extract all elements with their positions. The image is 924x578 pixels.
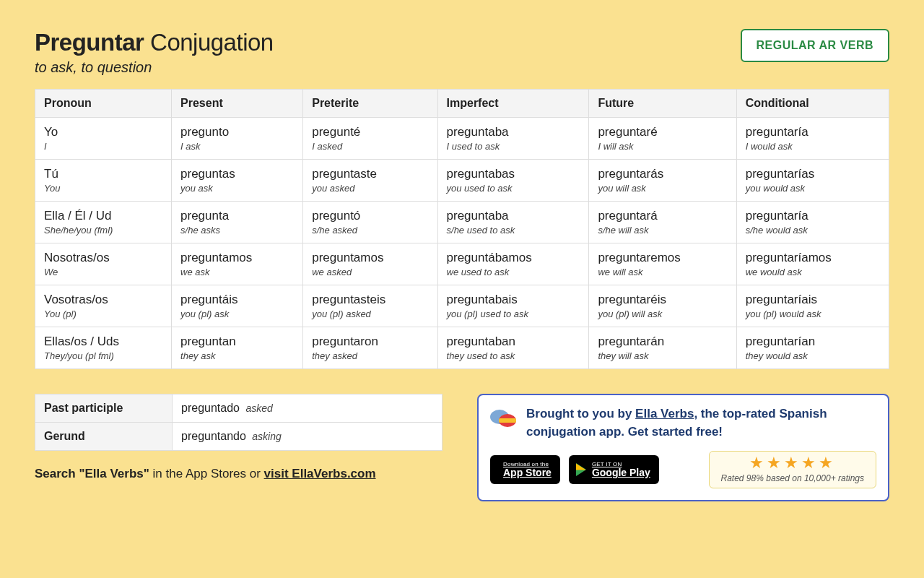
verb-name: Preguntar [35,29,144,56]
app-icon [490,405,518,433]
conj-cell: preguntabaisyou (pl) used to ask [437,285,589,327]
conj-cell: preguntaronthey asked [303,327,437,369]
conj-cell: preguntabas/he used to ask [437,202,589,243]
column-header: Future [589,90,736,118]
conj-cell: preguntarías/he would ask [736,202,889,243]
promo-text: Brought to you by Ella Verbs, the top-ra… [526,405,876,441]
conj-cell: preguntaríasyou would ask [736,160,889,202]
conj-cell: preguntabasyou used to ask [437,160,589,202]
conj-cell: YoI [35,118,172,160]
conj-cell: preguntaríamoswe would ask [736,243,889,285]
verb-forms-table: Past participle preguntado asked Gerund … [35,394,443,451]
conj-cell: Nosotras/osWe [35,243,172,285]
table-row: YoIpreguntoI askpreguntéI askedpreguntab… [35,118,889,160]
title-block: Preguntar Conjugation to ask, to questio… [35,29,274,76]
conj-cell: preguntasyou ask [172,160,303,202]
page-title: Preguntar Conjugation [35,29,274,56]
past-participle-value: preguntado asked [173,394,443,423]
conj-cell: Ella / Él / UdShe/he/you (fml) [35,202,172,243]
column-header: Conditional [736,90,889,118]
column-header: Present [172,90,303,118]
conj-cell: preguntasteyou asked [303,160,437,202]
conj-cell: preguntaránthey will ask [589,327,736,369]
conj-cell: preguntós/he asked [303,202,437,243]
title-suffix: Conjugation [150,29,274,56]
conj-cell: preguntamoswe ask [172,243,303,285]
google-play-badge[interactable]: GET IT ON Google Play [569,455,659,484]
conj-cell: preguntaríaisyou (pl) would ask [736,285,889,327]
conj-cell: preguntaréI will ask [589,118,736,160]
conj-cell: Ellas/os / UdsThey/you (pl fml) [35,327,172,369]
conj-cell: preguntas/he asks [172,202,303,243]
conj-cell: preguntasteisyou (pl) asked [303,285,437,327]
conj-cell: preguntanthey ask [172,327,303,369]
play-icon [576,463,586,476]
gerund-label: Gerund [35,423,173,451]
conj-cell: preguntaremoswe will ask [589,243,736,285]
conjugation-table: PronounPresentPreteriteImperfectFutureCo… [35,89,889,369]
past-participle-label: Past participle [35,394,173,423]
conj-cell: preguntaríaI would ask [736,118,889,160]
conj-cell: preguntamoswe asked [303,243,437,285]
column-header: Pronoun [35,90,172,118]
conj-cell: preguntarás/he will ask [589,202,736,243]
conj-cell: Vosotras/osYou (pl) [35,285,172,327]
table-row: Ellas/os / UdsThey/you (pl fml)preguntan… [35,327,889,369]
verb-translation: to ask, to question [35,59,274,76]
conj-cell: preguntoI ask [172,118,303,160]
conj-cell: preguntabanthey used to ask [437,327,589,369]
conj-cell: preguntabaI used to ask [437,118,589,160]
rating-text: Rated 98% based on 10,000+ ratings [721,473,864,483]
rating-box: ★★★★★ Rated 98% based on 10,000+ ratings [709,451,876,488]
table-row: Vosotras/osYou (pl)preguntáisyou (pl) as… [35,285,889,327]
conj-cell: preguntéI asked [303,118,437,160]
conj-cell: preguntaréisyou (pl) will ask [589,285,736,327]
conj-cell: preguntarásyou will ask [589,160,736,202]
table-row: Nosotras/osWepreguntamoswe askpreguntamo… [35,243,889,285]
conj-cell: preguntaríanthey would ask [736,327,889,369]
app-store-badge[interactable]: Download on the App Store [490,455,560,484]
table-row: TúYoupreguntasyou askpreguntasteyou aske… [35,160,889,202]
promo-box: Brought to you by Ella Verbs, the top-ra… [477,394,889,501]
conj-cell: preguntábamoswe used to ask [437,243,589,285]
gerund-value: preguntando asking [173,423,443,451]
conj-cell: TúYou [35,160,172,202]
search-line: Search "Ella Verbs" in the App Stores or… [35,467,443,481]
visit-link[interactable]: visit EllaVerbs.com [264,467,376,480]
column-header: Imperfect [437,90,589,118]
column-header: Preterite [303,90,437,118]
verb-type-badge: REGULAR AR VERB [741,29,889,62]
table-row: Ella / Él / UdShe/he/you (fml)preguntas/… [35,202,889,243]
ella-verbs-link[interactable]: Ella Verbs [635,407,694,420]
star-icons: ★★★★★ [721,454,864,472]
conj-cell: preguntáisyou (pl) ask [172,285,303,327]
